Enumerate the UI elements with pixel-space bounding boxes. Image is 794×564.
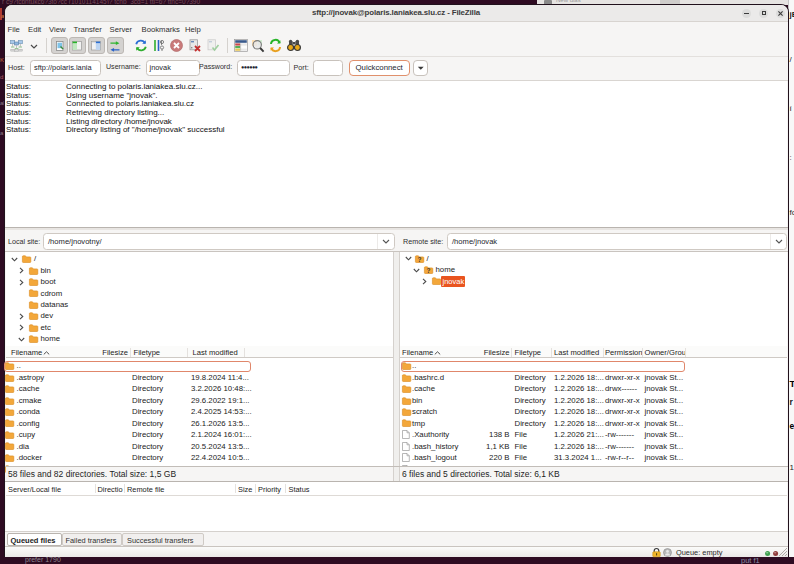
svg-text:?: ? [417,255,421,262]
svg-text:?: ? [426,266,430,273]
